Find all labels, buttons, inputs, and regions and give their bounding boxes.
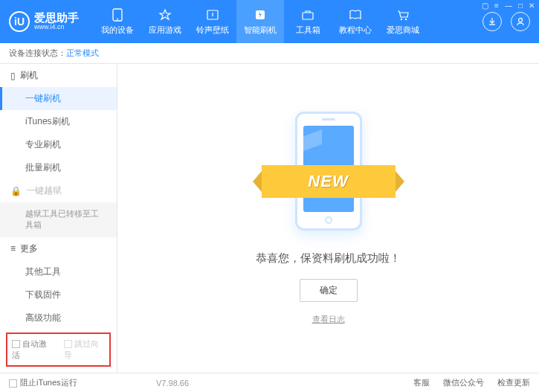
ok-button[interactable]: 确定 bbox=[300, 279, 358, 302]
sidebar-jailbreak-note: 越狱工具已转移至工具箱 bbox=[0, 202, 117, 237]
more-icon: ≡ bbox=[10, 243, 16, 254]
status-bar: 设备连接状态： 正常模式 bbox=[0, 43, 539, 64]
footer-link-support[interactable]: 客服 bbox=[413, 377, 430, 388]
svg-point-7 bbox=[519, 19, 523, 22]
success-illustration: NEW bbox=[254, 112, 403, 238]
status-mode: 正常模式 bbox=[66, 48, 99, 59]
nav-label: 智能刷机 bbox=[244, 25, 277, 36]
nav-tabs: 我的设备 应用游戏 铃声壁纸 智能刷机 工具箱 教程中心 爱思商城 bbox=[94, 0, 427, 43]
download-button[interactable] bbox=[482, 12, 502, 31]
nav-apps[interactable]: 应用游戏 bbox=[141, 0, 189, 43]
nav-label: 爱思商城 bbox=[387, 25, 419, 36]
svg-point-5 bbox=[401, 18, 402, 19]
sidebar-item-batch[interactable]: 批量刷机 bbox=[0, 156, 117, 179]
book-icon bbox=[348, 8, 363, 22]
skin-icon[interactable]: ▢ bbox=[482, 1, 488, 10]
nav-ringtones[interactable]: 铃声壁纸 bbox=[189, 0, 236, 43]
nav-my-device[interactable]: 我的设备 bbox=[94, 0, 141, 43]
nav-tutorials[interactable]: 教程中心 bbox=[332, 0, 379, 43]
sidebar: ▯ 刷机 一键刷机 iTunes刷机 专业刷机 批量刷机 🔒 一键越狱 越狱工具… bbox=[0, 64, 117, 373]
svg-point-6 bbox=[405, 18, 407, 19]
version-label: V7.98.66 bbox=[156, 379, 189, 388]
lock-icon: 🔒 bbox=[10, 186, 22, 196]
sidebar-item-download[interactable]: 下载固件 bbox=[0, 283, 117, 306]
app-logo: iU 爱思助手 www.i4.cn bbox=[9, 11, 79, 32]
music-icon bbox=[205, 8, 220, 22]
main-content: NEW 恭喜您，保资料刷机成功啦！ 确定 查看日志 bbox=[117, 64, 539, 373]
nav-label: 我的设备 bbox=[101, 25, 134, 36]
nav-label: 工具箱 bbox=[296, 25, 320, 36]
maximize-icon[interactable]: □ bbox=[518, 1, 523, 10]
sidebar-head-jailbreak: 🔒 一键越狱 bbox=[0, 179, 117, 202]
footer: 阻止iTunes运行 V7.98.66 客服 微信公众号 检查更新 bbox=[0, 373, 539, 392]
status-prefix: 设备连接状态： bbox=[9, 48, 66, 59]
nav-toolbox[interactable]: 工具箱 bbox=[284, 0, 332, 43]
nav-flash[interactable]: 智能刷机 bbox=[236, 0, 284, 43]
logo-icon: iU bbox=[9, 11, 30, 32]
svg-point-1 bbox=[117, 18, 118, 19]
sidebar-item-pro[interactable]: 专业刷机 bbox=[0, 133, 117, 156]
checkbox-skip-guide: 跳过向导 bbox=[64, 338, 106, 361]
close-icon[interactable]: ✕ bbox=[529, 1, 535, 10]
sidebar-item-other[interactable]: 其他工具 bbox=[0, 260, 117, 283]
view-log-link[interactable]: 查看日志 bbox=[312, 314, 345, 325]
sidebar-item-oneclick[interactable]: 一键刷机 bbox=[0, 87, 117, 110]
sidebar-head-more[interactable]: ≡ 更多 bbox=[0, 237, 117, 260]
menu-icon[interactable]: ≡ bbox=[494, 1, 499, 10]
user-button[interactable] bbox=[511, 12, 530, 31]
minimize-icon[interactable]: — bbox=[505, 1, 512, 10]
flash-icon bbox=[253, 8, 268, 22]
checkbox-auto-activate[interactable]: 自动激活 bbox=[12, 338, 54, 361]
sidebar-head-flash[interactable]: ▯ 刷机 bbox=[0, 64, 117, 87]
app-url: www.i4.cn bbox=[34, 24, 79, 31]
options-highlight-box: 自动激活 跳过向导 bbox=[6, 332, 111, 367]
checkbox-block-itunes[interactable]: 阻止iTunes运行 bbox=[9, 377, 77, 388]
sidebar-item-itunes[interactable]: iTunes刷机 bbox=[0, 110, 117, 133]
nav-label: 铃声壁纸 bbox=[196, 25, 229, 36]
apps-icon bbox=[158, 8, 172, 22]
app-header: iU 爱思助手 www.i4.cn 我的设备 应用游戏 铃声壁纸 智能刷机 工具… bbox=[0, 0, 539, 43]
phone-icon bbox=[110, 8, 125, 22]
phone-arrow-icon: ▯ bbox=[10, 71, 16, 81]
sidebar-item-advanced[interactable]: 高级功能 bbox=[0, 306, 117, 330]
nav-label: 教程中心 bbox=[339, 25, 372, 36]
ribbon-text: NEW bbox=[308, 172, 348, 191]
success-message: 恭喜您，保资料刷机成功啦！ bbox=[256, 251, 401, 266]
footer-link-update[interactable]: 检查更新 bbox=[497, 377, 530, 388]
window-controls: ▢ ≡ — □ ✕ bbox=[482, 1, 535, 10]
svg-rect-4 bbox=[303, 13, 313, 19]
app-title: 爱思助手 bbox=[34, 12, 79, 25]
nav-label: 应用游戏 bbox=[149, 25, 181, 36]
toolbox-icon bbox=[300, 8, 315, 22]
footer-link-wechat[interactable]: 微信公众号 bbox=[443, 377, 484, 388]
nav-store[interactable]: 爱思商城 bbox=[379, 0, 427, 43]
cart-icon bbox=[396, 8, 410, 22]
